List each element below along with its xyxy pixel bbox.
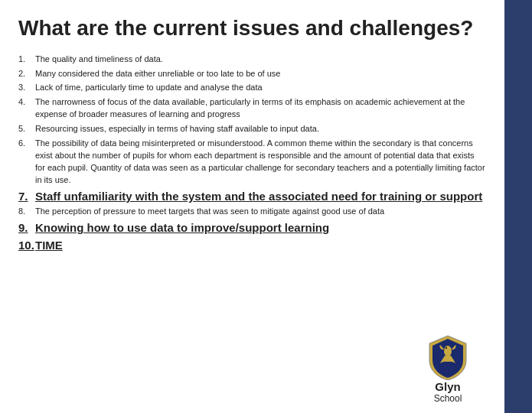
list-item-num: 7. <box>18 189 35 204</box>
list-item-text: Lack of time, particularly time to updat… <box>35 82 486 94</box>
list-item-num: 5. <box>18 123 35 135</box>
list-item-text: The quality and timeliness of data. <box>35 54 486 66</box>
list-item: 5.Resourcing issues, especially in terms… <box>18 123 486 135</box>
list-item: 4.The narrowness of focus of the data av… <box>18 96 486 121</box>
list-item-text: Knowing how to use data to improve/suppo… <box>35 220 486 236</box>
list-container: 1.The quality and timeliness of data.2.M… <box>18 54 486 253</box>
main-content: What are the current issues and challeng… <box>0 0 504 413</box>
list-item: 7.Staff unfamiliarity with the system an… <box>18 189 486 204</box>
list-item: 9.Knowing how to use data to improve/sup… <box>18 220 486 236</box>
list-item-num: 10. <box>18 238 35 253</box>
list-item: 6.The possibility of data being misinter… <box>18 138 486 187</box>
list-item: 10.TIME <box>18 238 486 253</box>
logo-shield-icon <box>428 334 468 380</box>
list-item: 8.The perception of pressure to meet tar… <box>18 206 486 218</box>
list-item-num: 8. <box>18 206 35 218</box>
page-title: What are the current issues and challeng… <box>18 15 486 41</box>
list-item-text: Many considered the data either unreliab… <box>35 68 486 80</box>
logo-name: Glyn <box>435 380 460 393</box>
list-item-text: TIME <box>35 238 486 253</box>
list-item-num: 6. <box>18 138 35 187</box>
logo-subtitle: School <box>434 393 462 404</box>
list-item: 3.Lack of time, particularly time to upd… <box>18 82 486 94</box>
list-item-num: 3. <box>18 82 35 94</box>
list-item-text: Staff unfamiliarity with the system and … <box>35 189 486 204</box>
svg-point-0 <box>444 346 452 356</box>
list-item-num: 4. <box>18 96 35 121</box>
list-item: 1.The quality and timeliness of data. <box>18 54 486 66</box>
sidebar <box>504 0 532 413</box>
list-item-text: Resourcing issues, especially in terms o… <box>35 123 486 135</box>
list-item: 2.Many considered the data either unreli… <box>18 68 486 80</box>
list-item-text: The possibility of data being misinterpr… <box>35 138 486 187</box>
list-item-num: 2. <box>18 68 35 80</box>
list-item-num: 1. <box>18 54 35 66</box>
list-item-text: The narrowness of focus of the data avai… <box>35 96 486 121</box>
list-item-text: The perception of pressure to meet targe… <box>35 206 486 218</box>
svg-point-1 <box>446 347 447 349</box>
logo-area: Glyn School <box>428 334 468 404</box>
list-item-num: 9. <box>18 220 35 236</box>
